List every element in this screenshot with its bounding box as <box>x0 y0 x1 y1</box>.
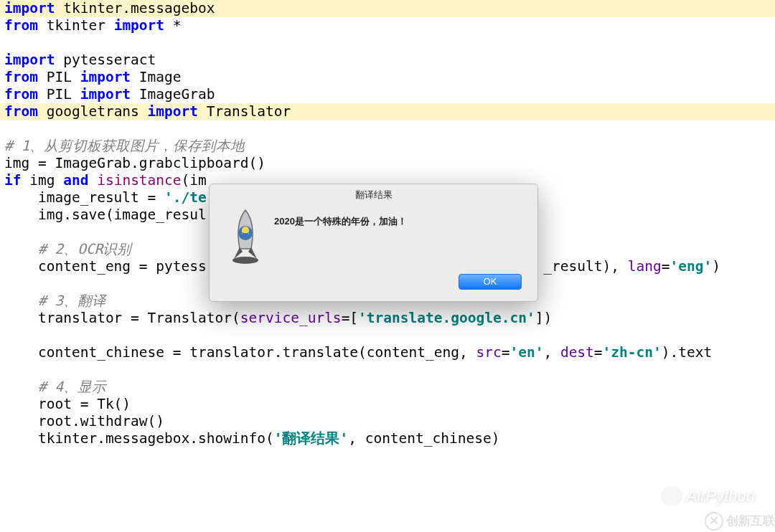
code-token: PIL <box>38 86 80 103</box>
code-token: content_chinese = translator.translate(c… <box>4 344 476 361</box>
code-token: isinstance <box>97 172 181 189</box>
brand-badge-icon: ✕ <box>705 512 723 531</box>
code-token: 'eng' <box>670 258 712 275</box>
watermark-brand-label: 创新互联 <box>726 513 775 530</box>
code-token: Image <box>131 69 181 85</box>
code-token: root.withdraw() <box>4 413 164 429</box>
code-token: img <box>21 172 63 189</box>
code-line: import tkinter.messagebox <box>0 0 775 17</box>
code-token: = <box>662 258 670 275</box>
dialog-body: 2020是一个特殊的年份，加油！ <box>210 200 537 262</box>
code-token: , <box>543 344 560 361</box>
code-token <box>4 241 38 257</box>
code-line: from googletrans import Translator <box>0 103 775 120</box>
code-token: # 3、翻译 <box>38 293 106 309</box>
python-rocket-icon <box>224 204 267 262</box>
code-token: and <box>63 172 88 189</box>
code-token: from <box>4 17 38 34</box>
code-line: from PIL import Image <box>0 69 775 86</box>
code-token: Translator <box>198 103 291 120</box>
code-token: PIL <box>38 69 80 85</box>
code-token: import <box>4 0 55 16</box>
svg-point-0 <box>232 257 258 264</box>
code-line: from PIL import ImageGrab <box>0 86 775 103</box>
code-token: ).text <box>662 344 712 361</box>
code-token: image_result = <box>4 189 164 206</box>
code-token: # 4、显示 <box>38 379 106 395</box>
code-line: translator = Translator(service_urls=['t… <box>0 310 775 327</box>
code-token <box>88 172 97 189</box>
code-token: tkinter <box>38 17 114 34</box>
code-token: googletrans <box>38 103 148 120</box>
code-token: , content_chinese) <box>348 430 499 447</box>
code-token: 'zh-cn' <box>603 344 662 361</box>
code-token <box>4 379 38 395</box>
code-line: tkinter.messagebox.showinfo('翻译结果', cont… <box>0 430 775 447</box>
code-token: (im <box>182 172 207 189</box>
watermark-wechat-label: AirPython <box>687 488 755 505</box>
code-line: # 4、显示 <box>0 379 775 396</box>
code-token: img.save(image_resul <box>4 206 207 223</box>
code-line: img = ImageGrab.grabclipboard() <box>0 155 775 172</box>
dialog-actions: OK <box>459 274 522 290</box>
watermark-wechat: AirPython <box>662 488 755 505</box>
code-token: import <box>114 17 164 34</box>
code-token: =[ <box>342 310 358 326</box>
code-token: import <box>4 52 55 68</box>
code-line: # 1、从剪切板获取图片，保存到本地 <box>0 138 775 155</box>
code-token: img = ImageGrab.grabclipboard() <box>4 155 266 171</box>
code-token: import <box>80 69 131 85</box>
code-token: tkinter.messagebox <box>55 0 215 16</box>
watermark-brand: ✕ 创新互联 <box>705 512 775 531</box>
code-token: src <box>476 344 501 361</box>
code-line <box>0 34 775 52</box>
code-token: root = Tk() <box>4 396 131 412</box>
code-token: lang <box>628 258 662 275</box>
dialog-message: 2020是一个特殊的年份，加油！ <box>267 204 523 262</box>
code-token: * <box>164 17 181 34</box>
code-token: './te <box>164 189 207 206</box>
code-line <box>0 361 775 379</box>
code-token: ]) <box>535 310 552 326</box>
code-token: import <box>148 103 198 120</box>
wechat-icon <box>662 488 681 504</box>
code-token: 'en' <box>509 344 543 361</box>
code-token: # 2、OCR识别 <box>38 241 131 257</box>
code-line: content_chinese = translator.translate(c… <box>0 344 775 361</box>
messagebox-dialog: 翻译结果 2020是一个特殊的年份，加油！ OK <box>209 184 538 302</box>
code-token: from <box>4 86 38 103</box>
code-token: ) <box>712 258 720 275</box>
code-token: '翻译结果' <box>274 430 348 447</box>
dialog-title: 翻译结果 <box>210 184 537 200</box>
code-token: pytesseract <box>55 52 156 68</box>
code-token: from <box>4 103 38 120</box>
code-line: root = Tk() <box>0 396 775 413</box>
code-line: from tkinter import * <box>0 17 775 34</box>
code-line: root.withdraw() <box>0 413 775 430</box>
code-token: = <box>502 344 510 361</box>
code-token: dest <box>560 344 594 361</box>
ok-button[interactable]: OK <box>459 274 522 290</box>
code-token: translator = Translator( <box>4 310 240 326</box>
code-line: import pytesseract <box>0 52 775 69</box>
code-token: # 1、从剪切板获取图片，保存到本地 <box>4 138 245 154</box>
code-token: tkinter.messagebox.showinfo( <box>4 430 274 447</box>
code-line <box>0 120 775 138</box>
code-token: service_urls <box>240 310 342 326</box>
code-token: if <box>4 172 21 189</box>
code-token: from <box>4 69 38 85</box>
code-token <box>4 293 38 309</box>
code-token: = <box>594 344 603 361</box>
code-line <box>0 327 775 344</box>
code-token: ImageGrab <box>131 86 215 103</box>
code-token: import <box>80 86 131 103</box>
code-token: 'translate.google.cn' <box>358 310 535 326</box>
